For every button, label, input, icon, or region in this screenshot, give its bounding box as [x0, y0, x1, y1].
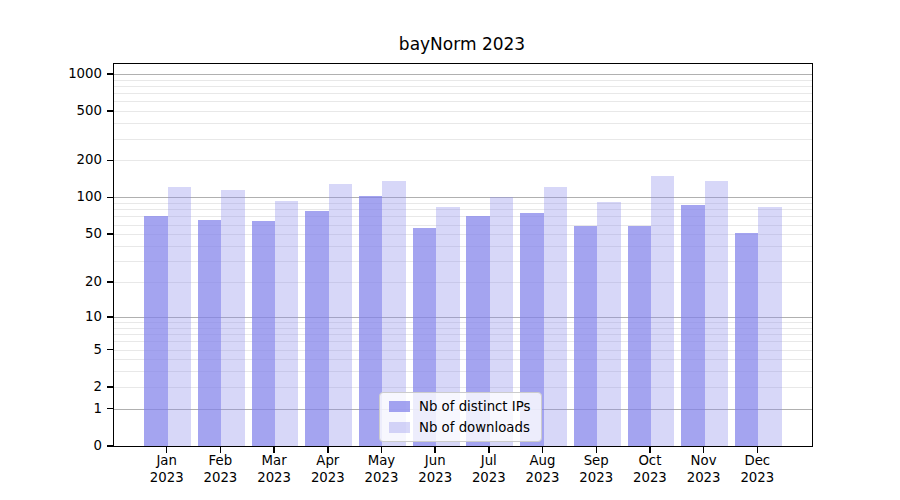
- bar-downloads-mar: [275, 201, 298, 446]
- plot-area: Nb of distinct IPs Nb of downloads: [113, 63, 813, 447]
- y-tickmark: [107, 445, 113, 447]
- x-tickmark: [649, 446, 651, 453]
- y-tick-label: 200: [26, 152, 102, 168]
- bar-distinct-ips-dec: [735, 233, 758, 446]
- x-tickmark: [542, 446, 544, 453]
- bar-downloads-aug: [544, 187, 567, 446]
- y-tick-label: 1000: [26, 66, 102, 82]
- bar-downloads-jan: [168, 187, 191, 446]
- bar-distinct-ips-oct: [628, 226, 651, 446]
- x-tickmark: [166, 446, 168, 453]
- x-tickmark: [220, 446, 222, 453]
- chart-title: bayNorm 2023: [113, 34, 811, 54]
- x-tickmark: [273, 446, 275, 453]
- x-tickmark: [596, 446, 598, 453]
- y-tick-label: 50: [26, 226, 102, 242]
- x-tickmark: [434, 446, 436, 453]
- bar-downloads-dec: [758, 207, 781, 446]
- bar-downloads-sep: [597, 202, 620, 446]
- x-tickmark: [757, 446, 759, 453]
- x-tick-label: Dec2023: [724, 453, 790, 486]
- y-tick-label: 100: [26, 189, 102, 205]
- x-tickmark: [381, 446, 383, 453]
- y-tick-label: 5: [26, 342, 102, 358]
- chart-figure: bayNorm 2023 Nb of distinct IPs Nb of do…: [0, 0, 900, 500]
- y-tick-label: 1: [26, 401, 102, 417]
- bar-distinct-ips-sep: [574, 226, 597, 446]
- bar-distinct-ips-jan: [144, 216, 167, 446]
- y-tickmark: [107, 408, 113, 410]
- y-tick-label: 10: [26, 309, 102, 325]
- y-tick-label: 20: [26, 274, 102, 290]
- legend-label-downloads: Nb of downloads: [419, 420, 530, 435]
- legend-swatch-downloads-icon: [389, 422, 410, 433]
- legend-item-distinct-ips: Nb of distinct IPs: [389, 399, 530, 414]
- bar-downloads-nov: [705, 181, 728, 446]
- y-tickmark: [107, 233, 113, 235]
- legend-item-downloads: Nb of downloads: [389, 420, 530, 435]
- bar-downloads-feb: [221, 190, 244, 446]
- legend: Nb of distinct IPs Nb of downloads: [379, 392, 542, 442]
- y-tick-label: 2: [26, 379, 102, 395]
- x-tickmark: [703, 446, 705, 453]
- x-tickmark: [488, 446, 490, 453]
- bar-distinct-ips-mar: [252, 221, 275, 446]
- bar-distinct-ips-feb: [198, 220, 221, 447]
- x-tickmark: [327, 446, 329, 453]
- y-tickmark: [107, 160, 113, 162]
- y-tick-label: 0: [26, 438, 102, 454]
- y-tickmark: [107, 197, 113, 199]
- y-tick-label: 500: [26, 103, 102, 119]
- bar-downloads-oct: [651, 176, 674, 446]
- y-tickmark: [107, 349, 113, 351]
- bar-distinct-ips-apr: [305, 211, 328, 446]
- y-tickmark: [107, 386, 113, 388]
- legend-label-distinct-ips: Nb of distinct IPs: [419, 399, 530, 414]
- y-tickmark: [107, 316, 113, 318]
- y-tickmark: [107, 110, 113, 112]
- bars-layer: [114, 64, 812, 446]
- legend-swatch-distinct-ips-icon: [389, 401, 410, 412]
- bar-downloads-apr: [329, 184, 352, 446]
- y-tickmark: [107, 73, 113, 75]
- bar-distinct-ips-nov: [681, 205, 704, 446]
- y-tickmark: [107, 281, 113, 283]
